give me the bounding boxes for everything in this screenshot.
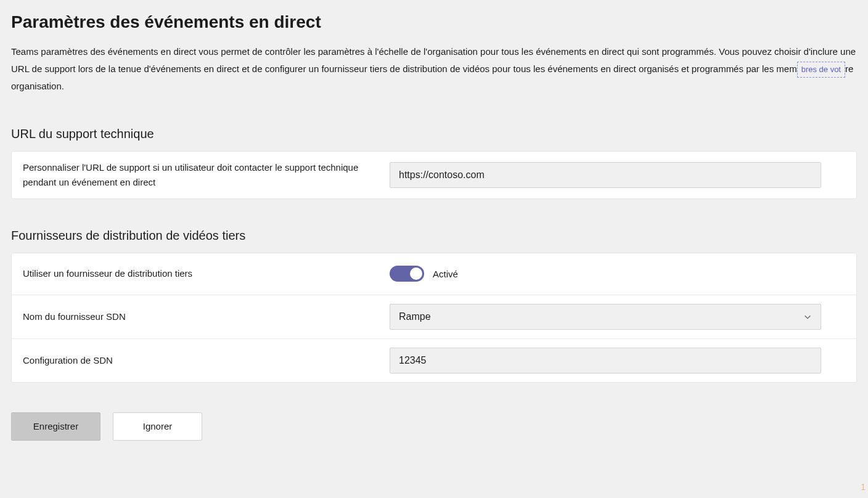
discard-button[interactable]: Ignorer (113, 412, 202, 441)
sdn-provider-label: Nom du fournisseur SDN (23, 309, 390, 324)
sdn-provider-selected: Rampe (399, 311, 431, 322)
use-provider-toggle[interactable] (390, 266, 424, 282)
sdn-config-input[interactable] (390, 348, 821, 374)
sdn-provider-row: Nom du fournisseur SDN Rampe (12, 295, 856, 339)
use-provider-label: Utiliser un fournisseur de distribution … (23, 266, 390, 281)
learn-more-link[interactable]: bres de vot (797, 62, 845, 78)
support-url-panel: Personnaliser l'URL de support si un uti… (11, 151, 857, 199)
support-url-input[interactable] (390, 162, 821, 188)
use-provider-row: Utiliser un fournisseur de distribution … (12, 253, 856, 295)
page-marker: 1 (861, 482, 866, 492)
page-title: Paramètres des événements en direct (11, 12, 857, 32)
sdn-provider-select[interactable]: Rampe (390, 304, 821, 330)
sdn-config-label: Configuration de SDN (23, 353, 390, 368)
save-button[interactable]: Enregistrer (11, 412, 100, 441)
toggle-knob (410, 267, 422, 280)
support-url-label: Personnaliser l'URL de support si un uti… (23, 160, 390, 190)
support-url-row: Personnaliser l'URL de support si un uti… (12, 152, 856, 198)
support-url-heading: URL du support technique (11, 127, 857, 141)
toggle-state-label: Activé (433, 269, 458, 279)
button-bar: Enregistrer Ignorer (11, 412, 857, 441)
page-description: Teams paramètres des événements en direc… (11, 43, 857, 95)
providers-panel: Utiliser un fournisseur de distribution … (11, 253, 857, 383)
providers-heading: Fournisseurs de distribution de vidéos t… (11, 229, 857, 243)
sdn-config-row: Configuration de SDN (12, 339, 856, 382)
chevron-down-icon (803, 312, 812, 321)
